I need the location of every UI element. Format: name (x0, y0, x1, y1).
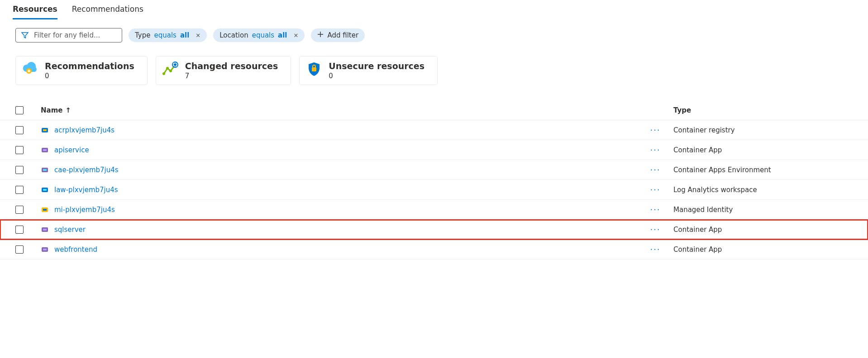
resource-type: Container Apps Environment (669, 166, 859, 174)
svg-rect-6 (312, 67, 316, 71)
resource-link[interactable]: webfrontend (54, 245, 97, 254)
sort-asc-icon: ↑ (65, 106, 71, 114)
resource-icon (41, 126, 49, 134)
card-unsecure[interactable]: Unsecure resources 0 (299, 56, 438, 85)
row-checkbox[interactable] (15, 226, 24, 234)
summary-cards: Recommendations 0 Changed resources 7 Un… (0, 42, 868, 85)
svg-point-4 (169, 70, 172, 72)
card-title: Unsecure resources (329, 61, 424, 71)
card-title: Recommendations (45, 61, 134, 71)
col-name[interactable]: Name↑ (41, 106, 642, 114)
card-count: 0 (45, 72, 134, 80)
add-filter-button[interactable]: Add filter (311, 28, 365, 42)
resource-link[interactable]: acrplxvjemb7ju4s (54, 126, 114, 134)
card-title: Changed resources (185, 61, 278, 71)
filter-pill-type[interactable]: Type equals all ✕ (129, 28, 207, 42)
filter-input[interactable] (34, 31, 122, 39)
close-icon[interactable]: ✕ (294, 32, 299, 39)
row-checkbox[interactable] (15, 146, 24, 154)
resource-link[interactable]: sqlserver (54, 226, 86, 234)
card-count: 7 (185, 72, 278, 80)
add-filter-label: Add filter (327, 31, 358, 39)
tab-resources[interactable]: Resources (13, 5, 57, 19)
pill-val: all (180, 31, 189, 39)
table-header: Name↑ Type (0, 100, 868, 120)
cloud-icon (22, 61, 38, 77)
filter-icon (21, 32, 29, 39)
more-actions-button[interactable]: ··· (642, 125, 669, 135)
pill-op: equals (252, 31, 274, 39)
more-actions-button[interactable]: ··· (642, 145, 669, 155)
svg-point-2 (162, 72, 165, 75)
svg-rect-20 (43, 249, 47, 250)
more-actions-button[interactable]: ··· (642, 185, 669, 194)
resource-icon (41, 245, 49, 254)
card-recommendations[interactable]: Recommendations 0 (15, 56, 148, 85)
table-row: cae-plxvjemb7ju4s···Container Apps Envir… (0, 160, 868, 180)
row-checkbox[interactable] (15, 186, 24, 194)
resource-link[interactable]: cae-plxvjemb7ju4s (54, 166, 119, 174)
svg-point-5 (172, 61, 178, 68)
resource-link[interactable]: apiservice (54, 146, 89, 154)
svg-rect-10 (43, 149, 47, 151)
more-actions-button[interactable]: ··· (642, 225, 669, 234)
svg-rect-8 (43, 129, 47, 131)
row-checkbox[interactable] (15, 245, 24, 254)
table-row: law-plxvjemb7ju4s···Log Analytics worksp… (0, 180, 868, 200)
resource-type: Container App (669, 226, 859, 234)
more-actions-button[interactable]: ··· (642, 245, 669, 254)
table-row: sqlserver···Container App (0, 220, 868, 240)
card-count: 0 (329, 72, 424, 80)
resource-icon (41, 166, 49, 174)
svg-rect-16 (43, 209, 47, 211)
tab-recommendations[interactable]: Recommendations (72, 5, 143, 19)
more-actions-button[interactable]: ··· (642, 205, 669, 214)
resource-type: Container registry (669, 126, 859, 134)
filter-bar: Type equals all ✕ Location equals all ✕ … (0, 20, 868, 42)
select-all-checkbox[interactable] (15, 106, 24, 114)
filter-input-wrap[interactable] (15, 28, 122, 42)
resource-link[interactable]: law-plxvjemb7ju4s (54, 186, 118, 194)
row-checkbox[interactable] (15, 166, 24, 174)
pill-val: all (278, 31, 287, 39)
row-checkbox[interactable] (15, 126, 24, 134)
svg-rect-12 (43, 169, 47, 171)
resource-type: Log Analytics workspace (669, 186, 859, 194)
resource-link[interactable]: mi-plxvjemb7ju4s (54, 206, 115, 214)
plus-icon (317, 31, 324, 39)
close-icon[interactable]: ✕ (196, 32, 200, 39)
changed-icon (162, 61, 179, 77)
filter-pill-location[interactable]: Location equals all ✕ (213, 28, 305, 42)
svg-point-3 (166, 67, 169, 70)
resource-icon (41, 226, 49, 234)
more-actions-button[interactable]: ··· (642, 165, 669, 174)
table-row: mi-plxvjemb7ju4s···Managed Identity (0, 200, 868, 220)
resource-type: Container App (669, 245, 859, 254)
col-type[interactable]: Type (669, 106, 859, 114)
resource-icon (41, 206, 49, 214)
pill-op: equals (154, 31, 176, 39)
table-row: apiservice···Container App (0, 140, 868, 160)
table-row: webfrontend···Container App (0, 240, 868, 259)
svg-rect-14 (43, 189, 47, 191)
tab-bar: Resources Recommendations (0, 5, 868, 20)
card-changed[interactable]: Changed resources 7 (156, 56, 291, 85)
resource-type: Container App (669, 146, 859, 154)
resource-icon (41, 186, 49, 194)
row-checkbox[interactable] (15, 206, 24, 214)
col-name-label: Name (41, 106, 62, 114)
resources-table: Name↑ Type acrplxvjemb7ju4s···Container … (0, 100, 868, 259)
svg-rect-18 (43, 229, 47, 231)
pill-field: Type (135, 31, 150, 39)
svg-point-1 (28, 70, 30, 72)
resource-type: Managed Identity (669, 206, 859, 214)
resource-icon (41, 146, 49, 154)
shield-icon (306, 61, 322, 77)
pill-field: Location (219, 31, 248, 39)
table-row: acrplxvjemb7ju4s···Container registry (0, 120, 868, 140)
